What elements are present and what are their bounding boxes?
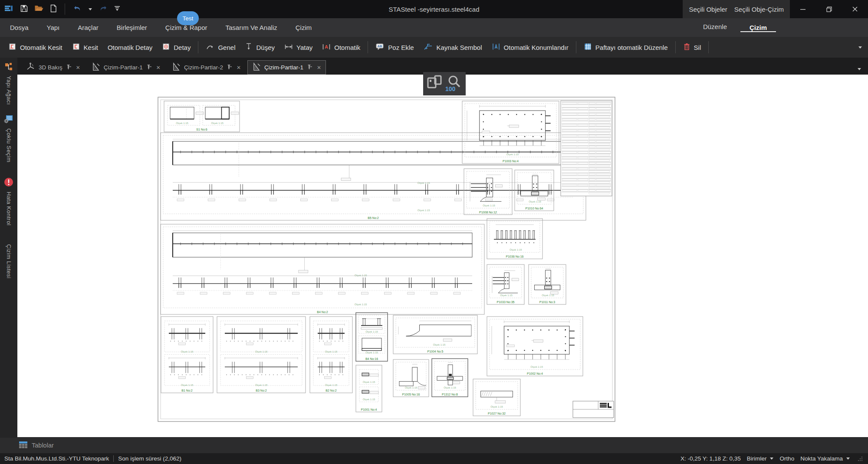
toolbar-button-genel[interactable]: Genel xyxy=(201,39,240,55)
tab-label: Çizim-Partlar-1 xyxy=(264,64,303,71)
toolbar-button-detay[interactable]: Detay xyxy=(157,39,195,55)
toolbar-button-label: Düşey xyxy=(256,44,275,51)
svg-text:P1010 No:64: P1010 No:64 xyxy=(526,207,543,210)
tab-list-caret[interactable] xyxy=(858,68,861,70)
zoom-tool-icon[interactable]: 100 xyxy=(447,75,463,92)
tab-pin-icon[interactable] xyxy=(307,64,312,71)
save-icon[interactable] xyxy=(20,4,28,14)
tab-close-icon[interactable]: ✕ xyxy=(156,65,161,71)
part-box-p1027[interactable]: Ölçek 1:15P1027 No:32 xyxy=(473,379,520,416)
undo-dropdown-caret[interactable] xyxy=(89,8,92,10)
drafting-icon xyxy=(172,62,181,72)
toolbar-button-label: Kaynak Sembol xyxy=(436,44,482,51)
part-box-p1003[interactable]: Ölçek 1:15P1003 No:4 xyxy=(462,101,559,163)
part-box-p1004[interactable]: Ölçek 1:15P1004 No:5 xyxy=(393,315,477,354)
tab-çizim-partlar-1-3[interactable]: Çizim-Partlar-1✕ xyxy=(247,60,326,75)
open-folder-icon[interactable] xyxy=(34,4,44,14)
drawing-sheet[interactable]: Ölçek 1:15Ölçek 1:15S1 No:6Ölçek 1:15Ölç… xyxy=(17,75,868,437)
part-box-b5[interactable]: Ölçek 1:15Ölçek 1:15B5 No:2 xyxy=(161,133,586,220)
units-dropdown[interactable]: Birimler xyxy=(747,455,774,462)
toolbar-overflow-caret[interactable] xyxy=(858,46,862,49)
tables-icon[interactable] xyxy=(19,441,27,450)
tab-çizim-partlar-1-1[interactable]: Çizim-Partlar-1✕ xyxy=(87,60,165,75)
tables-label[interactable]: Tablolar xyxy=(32,442,54,449)
part-box-b4w[interactable]: Ölçek 1:15Ölçek 1:15B4 No:2 xyxy=(161,224,484,314)
part-box-p1002[interactable]: Ölçek 1:15P1002 No:4 xyxy=(487,317,583,376)
toolbar-button-poz-ekle[interactable]: ABPoz Ekle xyxy=(371,39,418,55)
part-box-s1[interactable]: Ölçek 1:15Ölçek 1:15S1 No:6 xyxy=(164,101,240,132)
toolbar-button-otomatik-kesit[interactable]: Otomatik Kesit xyxy=(3,39,67,55)
sheet-pages-icon[interactable] xyxy=(426,75,444,93)
new-document-icon[interactable] xyxy=(50,4,57,14)
sidebar-item-hata-kontrol[interactable]: Hata Kontrol xyxy=(6,192,12,225)
menu-item-dosya[interactable]: Dosya xyxy=(1,18,38,37)
toolbar-button-paftayı-otomatik-düzenle[interactable]: Paftayı otomatik Düzenle xyxy=(579,39,673,55)
toolbar-button-sil[interactable]: Sil xyxy=(678,39,706,55)
menu-item-tasar-m-ve-analiz[interactable]: Tasarım Ve Analiz xyxy=(217,18,286,37)
part-box-p1036[interactable]: Ölçek 1:15P1036 No:16 xyxy=(487,219,542,259)
part-box-p1008[interactable]: Ölçek 1:15P1008 No:12 xyxy=(464,169,512,215)
toolbar-button-kesit[interactable]: Kesit xyxy=(67,39,103,55)
redo-icon[interactable] xyxy=(98,4,108,14)
tab-close-icon[interactable]: ✕ xyxy=(237,65,241,71)
ortho-toggle[interactable]: Ortho xyxy=(779,455,794,462)
titlebar-separator xyxy=(65,3,65,15)
tab-çizim-partlar-2-2[interactable]: Çizim-Partlar-2✕ xyxy=(167,60,246,75)
menu-item-yap-[interactable]: Yapı xyxy=(38,18,69,37)
menu-item--izim[interactable]: Çizim xyxy=(286,18,321,37)
menu-item-right-d-zenle[interactable]: Düzenle xyxy=(694,23,736,30)
part-box-p1005[interactable]: Ölçek 1:15P1005 No:16 xyxy=(393,359,429,397)
dim-vertical-icon xyxy=(245,42,253,52)
sidebar-item-çizim-listesi[interactable]: Çizim Listesi xyxy=(6,244,12,278)
tree-icon[interactable] xyxy=(4,62,13,73)
toolbar-separator xyxy=(576,41,576,53)
error-icon[interactable] xyxy=(3,177,14,189)
toolbar-separator xyxy=(708,41,709,53)
part-box-p1312[interactable]: Ölçek 1:15P1312 No:8 xyxy=(432,359,468,397)
sidebar-item-çoklu-seçim[interactable]: Çoklu Seçim xyxy=(6,128,12,162)
drawing-canvas[interactable]: 100 Ölçek 1:15Ölçek 1:15S1 No:6Ölçek 1:1… xyxy=(17,75,868,437)
tab-close-icon[interactable]: ✕ xyxy=(76,65,80,71)
tab-pin-icon[interactable] xyxy=(146,64,152,71)
toolbar-button-yatay[interactable]: Yatay xyxy=(279,39,317,55)
part-box-b1[interactable]: Ölçek 1:15Ölçek 1:15B1 No:2 xyxy=(161,317,213,393)
selected-object-drawing-button[interactable]: Seçili Obje-Çizim xyxy=(734,6,784,13)
toolbar-button-otomatik[interactable]: AOtomatik xyxy=(317,39,365,55)
toolbar-separator xyxy=(198,41,198,53)
toolbar-button-kaynak-sembol[interactable]: Kaynak Sembol xyxy=(418,39,487,55)
svg-text:Ölçek 1:15: Ölçek 1:15 xyxy=(510,248,522,251)
part-box-mtable[interactable] xyxy=(561,101,612,196)
tab-3d-bakış-0[interactable]: 3D Bakış✕ xyxy=(21,60,85,75)
toolbar-separator xyxy=(675,41,676,53)
tab-close-icon[interactable]: ✕ xyxy=(317,65,321,71)
menu-item-birle-imler[interactable]: Birleşimler xyxy=(108,18,156,37)
menu-item-ara-lar[interactable]: Araçlar xyxy=(69,18,108,37)
delete-icon xyxy=(683,42,690,52)
part-box-p1033[interactable]: Ölçek 1:15P1033 No:35 xyxy=(487,265,524,304)
resize-grip[interactable] xyxy=(858,456,863,461)
tab-pin-icon[interactable] xyxy=(227,64,232,71)
left-dock-sidebar: Yapı AğacıÇoklu SeçimHata KontrolÇizim L… xyxy=(0,58,17,437)
toolbar-button-otomatik-detay[interactable]: Otomatik Detay xyxy=(103,39,157,55)
part-box-b3[interactable]: Ölçek 1:15Ölçek 1:15B3 No:2 xyxy=(217,317,306,393)
multi-select-icon[interactable] xyxy=(3,114,14,126)
minimize-button[interactable] xyxy=(790,0,816,18)
toolbar-button-otomatik-konumlandır[interactable]: ÂOtomatik Konumlandır xyxy=(487,39,573,55)
part-box-p1001[interactable]: Ölçek 1:15Ölçek 1:15P1001 No:4 xyxy=(356,365,382,412)
tab-pin-icon[interactable] xyxy=(66,64,72,71)
menu-item-right--izim[interactable]: Çizim xyxy=(740,23,776,32)
close-button[interactable] xyxy=(842,0,868,18)
svg-text:P1011 No:3: P1011 No:3 xyxy=(539,301,556,304)
part-box-tblock[interactable] xyxy=(573,401,614,418)
part-box-b2[interactable]: Ölçek 1:15Ölçek 1:15B2 No:2 xyxy=(310,317,352,393)
selected-objects-button[interactable]: Seçili Objeler xyxy=(689,6,727,13)
undo-icon[interactable] xyxy=(73,4,82,14)
part-box-p1011[interactable]: Ölçek 1:15P1011 No:3 xyxy=(529,265,566,304)
drafting-icon xyxy=(92,62,100,72)
sidebar-item-yapı-ağacı[interactable]: Yapı Ağacı xyxy=(6,76,12,105)
quick-access-menu-icon[interactable] xyxy=(114,5,121,13)
snap-dropdown[interactable]: Nokta Yakalama xyxy=(800,455,850,462)
toolbar-button-düşey[interactable]: Düşey xyxy=(240,39,279,55)
restore-button[interactable] xyxy=(816,0,842,18)
part-box-b4s[interactable]: Ölçek 1:15Ölçek 1:15B4 No:16 xyxy=(356,313,388,361)
